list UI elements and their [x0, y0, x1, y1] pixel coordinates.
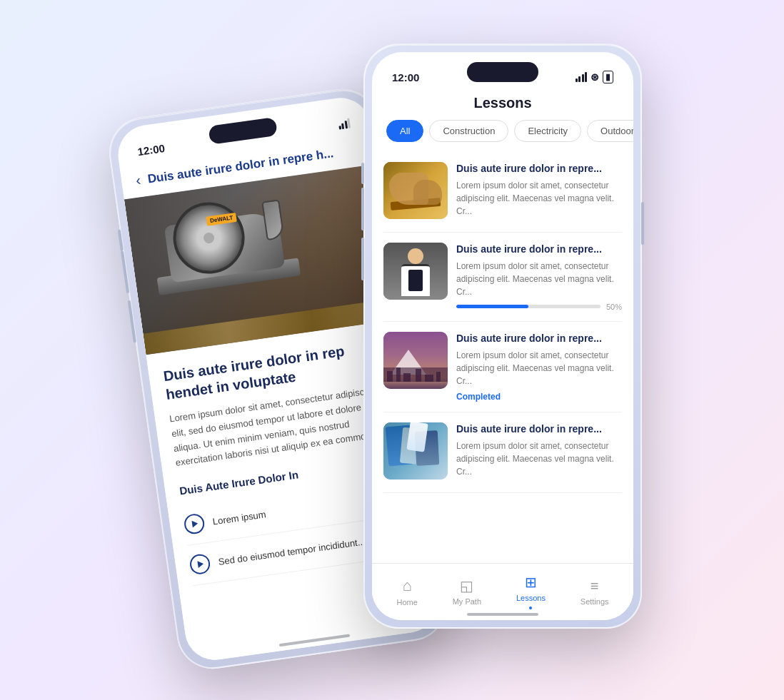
- lesson-thumbnail-3: [383, 332, 448, 389]
- lesson-card-title-2: Duis aute irure dolor in repre...: [456, 243, 622, 255]
- filter-tab-outdoor[interactable]: Outdoor: [587, 120, 633, 142]
- front-screen: Lessons All Construction Electricity Out…: [372, 89, 633, 620]
- nav-lessons[interactable]: ⊞ Lessons: [508, 568, 554, 615]
- back-status-icons: [338, 118, 351, 129]
- lesson-card-title-3: Duis aute irure dolor in repre...: [456, 332, 622, 345]
- lesson-card-desc-4: Lorem ipsum dolor sit amet, consectetur …: [456, 440, 622, 478]
- wifi-icon: ⊛: [590, 71, 599, 83]
- thumb2-body: [401, 264, 430, 296]
- play-icon-1: [183, 512, 206, 535]
- nav-active-indicator: [529, 607, 532, 609]
- front-header: Lessons: [372, 89, 633, 120]
- filter-tab-electricity[interactable]: Electricity: [514, 120, 581, 142]
- lesson-info-3: Duis aute irure dolor in repre... Lorem …: [456, 332, 622, 402]
- lesson-card-2[interactable]: Duis aute irure dolor in repre... Lorem …: [383, 233, 622, 322]
- progress-bar-2: [456, 305, 600, 308]
- bottom-navigation: ⌂ Home ◱ My Path ⊞ Lessons ≡ Settings: [372, 563, 633, 620]
- lessons-list: Duis aute irure dolor in repre... Lorem …: [372, 152, 633, 563]
- progress-fill-2: [456, 305, 528, 308]
- lesson-info-4: Duis aute irure dolor in repre... Lorem …: [456, 422, 622, 482]
- filter-tabs-container: All Construction Electricity Outdoor: [372, 120, 633, 152]
- lesson-card-title-1: Duis aute irure dolor in repre...: [456, 162, 622, 175]
- signal-icon: [338, 118, 351, 129]
- thumb2-apron: [408, 270, 423, 291]
- lesson-card-desc-1: Lorem ipsum dolor sit amet, consectetur …: [456, 179, 622, 218]
- nav-settings-label: Settings: [581, 597, 609, 606]
- front-power-button[interactable]: [641, 202, 644, 245]
- silent-button[interactable]: [118, 229, 124, 250]
- back-button[interactable]: ‹: [135, 172, 142, 189]
- nav-home-label: Home: [396, 598, 417, 607]
- back-status-time: 12:00: [137, 141, 166, 157]
- lesson-card-4[interactable]: Duis aute irure dolor in repre... Lorem …: [383, 412, 622, 493]
- lesson-thumbnail-2: [383, 243, 448, 300]
- battery-icon: ▮: [603, 71, 613, 83]
- filter-tab-construction[interactable]: Construction: [429, 120, 508, 142]
- mypath-icon: ◱: [460, 577, 473, 594]
- lesson-item-text-2: Sed do eiusmod tempor incididunt...: [218, 533, 385, 567]
- lesson-thumbnail-1: [383, 162, 448, 219]
- progress-bar-container-2: 50%: [456, 303, 622, 311]
- filter-tab-all[interactable]: All: [386, 120, 423, 142]
- settings-icon: ≡: [590, 578, 599, 594]
- front-volume-up-button[interactable]: [361, 188, 364, 230]
- lesson-info-1: Duis aute irure dolor in repre... Lorem …: [456, 162, 622, 222]
- nav-home[interactable]: ⌂ Home: [388, 571, 426, 612]
- lesson-card-desc-2: Lorem ipsum dolor sit amet, consectetur …: [456, 260, 622, 298]
- nav-mypath[interactable]: ◱ My Path: [444, 572, 490, 612]
- nav-settings[interactable]: ≡ Settings: [572, 572, 618, 612]
- home-icon: ⌂: [402, 577, 411, 595]
- thumb2-head: [408, 248, 423, 264]
- play-icon-2: [189, 553, 211, 576]
- lessons-icon: ⊞: [525, 574, 537, 591]
- lesson-card-title-4: Duis aute irure dolor in repre...: [456, 422, 622, 435]
- lesson-card-desc-3: Lorem ipsum dolor sit amet, consectetur …: [456, 349, 622, 387]
- front-signal-icon: [576, 72, 588, 82]
- progress-pct-2: 50%: [606, 303, 622, 311]
- front-status-time: 12:00: [392, 71, 419, 83]
- city-silhouette: [383, 367, 448, 382]
- lesson-card-3[interactable]: Duis aute irure dolor in repre... Lorem …: [383, 322, 622, 412]
- front-volume-down-button[interactable]: [361, 238, 364, 280]
- saw-center: [203, 232, 215, 244]
- phones-container: 12:00 ‹ Duis aute irure dolor in repre h…: [142, 44, 642, 657]
- front-home-indicator: [467, 613, 538, 616]
- dynamic-island-front: [467, 62, 538, 82]
- front-silent-button[interactable]: [361, 163, 364, 184]
- front-status-icons: ⊛ ▮: [576, 71, 614, 83]
- nav-mypath-label: My Path: [453, 597, 481, 606]
- lesson-info-2: Duis aute irure dolor in repre... Lorem …: [456, 243, 622, 311]
- completed-badge-3: Completed: [456, 392, 622, 402]
- volume-up-button[interactable]: [121, 250, 129, 293]
- lesson-card-1[interactable]: Duis aute irure dolor in repre... Lorem …: [383, 152, 622, 233]
- volume-down-button[interactable]: [128, 300, 136, 343]
- front-phone: 12:00 ⊛ ▮ Lessons: [363, 44, 642, 629]
- lesson-thumbnail-4: [383, 422, 448, 480]
- nav-lessons-label: Lessons: [516, 594, 546, 602]
- lessons-title: Lessons: [473, 95, 531, 111]
